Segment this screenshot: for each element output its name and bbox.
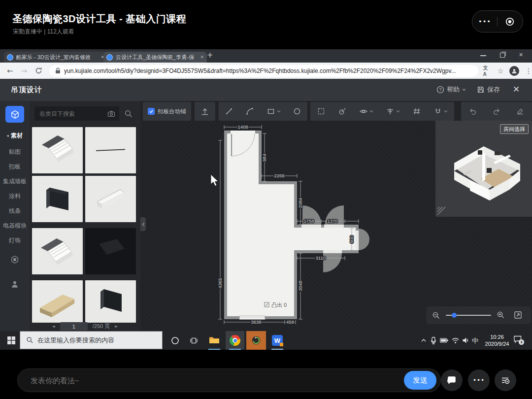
material-thumbnail-crown-molding-2[interactable] [32, 228, 83, 274]
page-prev-icon[interactable]: ◄ [52, 324, 55, 329]
zoom-control [426, 306, 531, 324]
clear-icon[interactable] [516, 107, 525, 116]
upload-icon[interactable] [200, 107, 209, 116]
material-thumbnail-baseboard[interactable] [85, 176, 136, 222]
help-icon: ? [436, 86, 444, 94]
material-thumbnail-wood-board[interactable] [32, 280, 83, 323]
measure-icon[interactable] [338, 107, 347, 116]
profile-avatar[interactable] [509, 66, 519, 76]
floorplan-3d-render[interactable] [435, 121, 532, 217]
rail-components-button[interactable] [10, 255, 20, 265]
browser-tab-1[interactable]: 酷家乐 - 3D云设计_室内装修效 ✕ [4, 52, 107, 63]
sidebar-item-paint[interactable]: 涂料 [0, 192, 30, 200]
draw-rect-icon [266, 107, 275, 116]
dark-sample-image [85, 228, 136, 274]
tray-chevron-up-icon[interactable] [420, 337, 427, 343]
window-minimize-button[interactable] [480, 55, 486, 56]
category-search-box[interactable] [34, 106, 119, 121]
rail-section-materials[interactable]: ▾ 素材 [0, 132, 30, 140]
usb-device-icon[interactable] [431, 336, 436, 344]
sidebar-item-lighting[interactable]: 灯饰 [0, 236, 30, 245]
panel-collapse-handle[interactable] [140, 217, 146, 231]
draw-circle-icon[interactable] [293, 107, 301, 116]
marquee-select-icon[interactable] [317, 107, 326, 116]
save-button[interactable]: 保存 [477, 85, 500, 94]
start-button[interactable] [4, 331, 19, 350]
svg-text:3638: 3638 [251, 319, 261, 325]
translate-icon[interactable]: 文A [483, 65, 492, 77]
material-thumbnail-crown-molding[interactable] [32, 127, 83, 173]
browser-menu-icon[interactable]: ⋮ [525, 67, 532, 75]
address-box[interactable]: yun.kujiale.com/tool/h5/diy?designid=3FO… [49, 65, 478, 77]
back-icon[interactable]: ← [7, 66, 13, 75]
page-number-box[interactable]: 1 [60, 322, 88, 331]
chat-input[interactable] [30, 376, 404, 385]
chat-bubble-button[interactable] [441, 369, 463, 391]
send-button[interactable]: 发送 [404, 371, 436, 390]
visibility-dropdown[interactable] [359, 107, 373, 116]
room-select-button[interactable]: 房间选择 [500, 124, 529, 134]
align-dropdown[interactable] [386, 107, 400, 116]
bookmark-star-icon[interactable]: ☆ [498, 67, 504, 75]
search-icon[interactable] [124, 109, 133, 118]
material-thumbnail-dark-panel[interactable] [32, 176, 83, 222]
toolbar-group-upload [195, 102, 215, 121]
file-explorer-button[interactable] [205, 331, 224, 350]
zoom-slider-handle[interactable] [452, 313, 457, 318]
window-restore-button[interactable] [500, 53, 505, 58]
redo-icon[interactable] [492, 107, 501, 116]
cortana-button[interactable] [166, 331, 183, 350]
wifi-icon[interactable] [451, 337, 460, 344]
sidebar-item-wall-panel[interactable]: 集成墙板 [0, 177, 30, 186]
forward-icon[interactable]: → [21, 66, 28, 75]
stream-record-button[interactable] [498, 17, 522, 27]
sidebar-item-electric-module[interactable]: 电器模块 [0, 222, 30, 230]
notification-center-button[interactable]: 3 [513, 335, 525, 345]
undo-icon[interactable] [468, 107, 477, 116]
recorder-app-button-active[interactable] [246, 331, 266, 350]
material-thumbnail-dark-panel-2[interactable] [85, 280, 136, 323]
sidebar-item-texture[interactable]: 贴图 [0, 148, 30, 156]
battery-icon[interactable] [440, 338, 448, 343]
new-tab-button[interactable]: + [207, 51, 213, 60]
task-view-button[interactable] [185, 331, 202, 350]
material-thumbnail-straight-line[interactable] [85, 127, 136, 173]
help-button[interactable]: ? 帮助 [436, 85, 466, 94]
zoom-in-icon[interactable] [497, 311, 505, 319]
chevron-down-icon [444, 110, 448, 113]
draw-arc-icon[interactable] [245, 107, 254, 116]
wps-app-button[interactable]: W [268, 331, 287, 350]
taskbar-search-box[interactable]: 在这里输入你要搜索的内容 [20, 331, 163, 349]
danmaku-settings-button[interactable] [495, 369, 516, 391]
draw-line-icon[interactable] [225, 107, 233, 116]
chrome-button[interactable] [226, 331, 244, 350]
sidebar-item-molding[interactable]: 线条 [0, 207, 30, 215]
stream-more-button[interactable]: ••• [472, 18, 497, 25]
page-next-icon[interactable]: ► [115, 324, 118, 329]
reload-icon[interactable] [35, 67, 42, 74]
camera-search-icon[interactable] [107, 110, 115, 117]
chat-input-box[interactable]: 发送 [17, 368, 441, 392]
browser-tab-2[interactable]: 云设计工具_圣德保陶瓷_李勇-保 ✕ [103, 52, 207, 63]
clock[interactable]: 10:26 2020/9/24 [482, 333, 512, 347]
zoom-fit-icon[interactable] [514, 311, 522, 319]
rail-materials-button-active[interactable] [5, 106, 24, 123]
snap-dropdown[interactable] [433, 107, 448, 116]
category-search-input[interactable] [38, 110, 107, 118]
floor-plan[interactable]: 1408 4365 984 2269 2084 1758 1370 900 31… [207, 121, 369, 328]
draw-rect-dropdown[interactable] [266, 107, 281, 116]
tab-close-icon[interactable]: ✕ [200, 55, 204, 60]
preview-resize-grip[interactable] [436, 206, 446, 216]
grid-icon[interactable] [412, 107, 421, 116]
material-thumbnail-dark-sample[interactable] [85, 228, 136, 274]
chat-more-button[interactable]: ••• [468, 369, 490, 391]
rail-user-button[interactable] [10, 279, 20, 289]
sidebar-item-buckle-plate[interactable]: 扣板 [0, 163, 30, 171]
ime-language-indicator[interactable]: 中 [472, 336, 478, 345]
task-view-icon [190, 337, 198, 344]
window-close-button[interactable]: ✕ [519, 52, 523, 58]
zoom-out-icon[interactable] [432, 311, 440, 320]
volume-icon[interactable] [462, 337, 469, 344]
auto-tile-checkbox[interactable]: 扣板自动铺 [146, 108, 188, 115]
tool-close-button[interactable]: ✕ [513, 84, 520, 94]
